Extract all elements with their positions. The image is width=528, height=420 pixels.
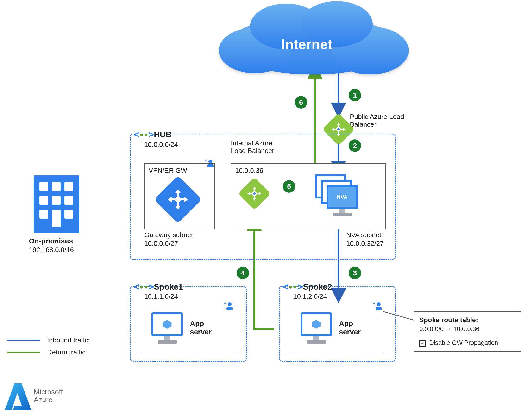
- gateway-title: VPN/ER GW: [149, 167, 187, 175]
- svg-point-12: [337, 128, 340, 130]
- legend-line-blue: [7, 339, 40, 341]
- route-table-icon: ↲: [375, 302, 383, 310]
- onprem-cidr: 192.168.0.0/16: [29, 246, 74, 254]
- svg-point-15: [253, 192, 256, 195]
- svg-point-13: [175, 197, 181, 203]
- spoke2-vnet-glyph: <••>: [283, 281, 303, 292]
- spoke2-title: Spoke2: [303, 282, 332, 292]
- legend-return-label: Return traffic: [47, 348, 86, 356]
- internet-label: Internet: [281, 36, 333, 52]
- internal-load-balancer-icon: [238, 177, 271, 210]
- legend-inbound-label: Inbound traffic: [47, 336, 90, 344]
- step-5: 5: [283, 180, 295, 193]
- internal-lb-ip: 10.0.0.36: [235, 167, 263, 175]
- internal-lb-label-line1: Internal Azure: [231, 139, 274, 147]
- hub-cidr: 10.0.0.0/24: [144, 141, 178, 149]
- spoke2-app-label: App server: [339, 320, 361, 336]
- step-3: 3: [349, 267, 361, 279]
- azure-logo-text: Microsoft Azure: [34, 388, 63, 404]
- spoke1-app-label-line2: server: [190, 328, 212, 336]
- nva-subnet-cidr: 10.0.0.32/27: [346, 240, 384, 247]
- onprem-title: On-premises: [29, 237, 73, 245]
- step-1: 1: [349, 89, 361, 101]
- spoke1-title: Spoke1: [154, 282, 183, 292]
- public-lb-label-line1: Public Azure Load: [350, 113, 404, 121]
- nva-icon: NVA: [315, 175, 363, 218]
- vpn-gateway-icon: [161, 183, 195, 216]
- spoke1-app-label: App server: [190, 320, 212, 336]
- route-table-checkbox-label: Disable GW Propagation: [429, 339, 498, 346]
- app-server-icon: [149, 312, 185, 348]
- internal-lb-label: Internal Azure Load Balancer: [231, 139, 274, 155]
- route-table-rule: 0.0.0.0/0 → 10.0.0.36: [419, 325, 516, 333]
- spoke1-app-label-line1: App: [190, 320, 212, 328]
- public-lb-label: Public Azure Load Balancer: [350, 113, 404, 128]
- route-table-title: Spoke route table:: [419, 316, 516, 324]
- spoke2-app-label-line2: server: [339, 328, 361, 336]
- gateway-subnet-cidr: 10.0.0.0/27: [144, 240, 178, 247]
- spoke1-vnet-glyph: <••>: [134, 281, 154, 292]
- svg-point-7: [219, 28, 291, 73]
- step-4: 4: [237, 267, 249, 279]
- app-server-icon: [298, 312, 334, 348]
- route-table-icon: ↲: [226, 302, 234, 310]
- gateway-subnet-label: Gateway subnet: [144, 231, 193, 239]
- checkbox-icon: ✓: [419, 340, 426, 347]
- spoke2-cidr: 10.1.2.0/24: [293, 293, 327, 300]
- on-premises-icon: [34, 175, 79, 233]
- internal-lb-label-line2: Load Balancer: [231, 147, 274, 155]
- svg-marker-16: [163, 320, 172, 329]
- nva-subnet-label: NVA subnet: [346, 231, 381, 239]
- route-table-icon: ↲: [206, 160, 215, 168]
- hub-title: HUB: [154, 130, 172, 139]
- nva-label: NVA: [328, 187, 356, 207]
- route-table-callout: Spoke route table: 0.0.0.0/0 → 10.0.0.36…: [414, 311, 521, 351]
- svg-marker-17: [312, 320, 321, 329]
- svg-point-8: [332, 26, 409, 74]
- legend-inbound: Inbound traffic: [7, 336, 90, 344]
- step-2: 2: [349, 139, 361, 152]
- spoke1-cidr: 10.1.1.0/24: [144, 293, 178, 300]
- footer-line1: Microsoft: [34, 388, 63, 396]
- diagram-canvas: Internet Public Azure Load Balancer <••>…: [0, 0, 528, 420]
- legend-return: Return traffic: [7, 348, 86, 356]
- spoke2-app-label-line1: App: [339, 320, 361, 328]
- hub-vnet-glyph: <••>: [134, 129, 154, 140]
- step-6: 6: [295, 96, 307, 109]
- legend-line-green: [7, 351, 40, 353]
- footer-line2: Azure: [34, 396, 63, 404]
- public-lb-label-line2: Balancer: [350, 121, 404, 128]
